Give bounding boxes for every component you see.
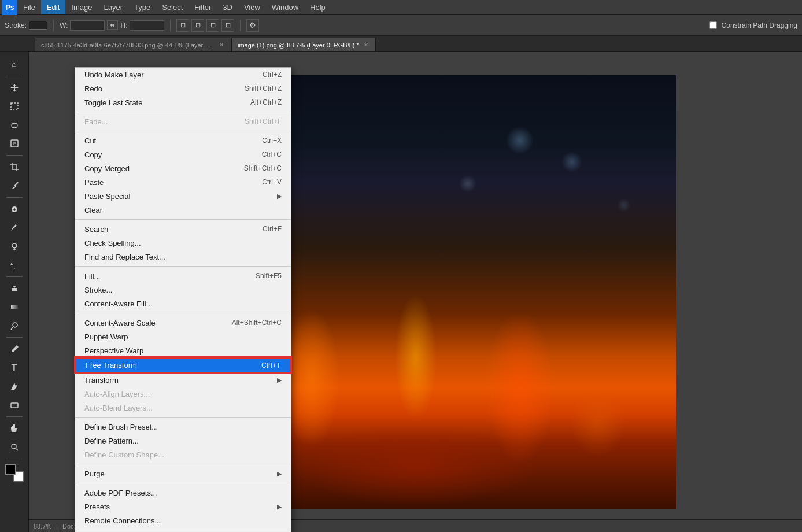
menu-define-pattern[interactable]: Define Pattern...	[75, 434, 291, 448]
menu-fill[interactable]: Fill... Shift+F5	[75, 269, 291, 283]
rect-select-tool[interactable]	[6, 98, 23, 115]
crop-tool[interactable]	[6, 158, 23, 176]
menu-auto-align-label: Auto-Align Layers...	[84, 390, 282, 398]
move-tool[interactable]	[6, 79, 23, 97]
tab-1-close[interactable]: ✕	[218, 42, 225, 49]
svg-rect-6	[11, 305, 18, 309]
menu-3d[interactable]: 3D	[217, 0, 238, 14]
menu-copy[interactable]: Copy Ctrl+C	[75, 147, 291, 161]
align-btn-1[interactable]: ⊡	[176, 19, 189, 32]
menu-copy-shortcut: Ctrl+C	[262, 150, 282, 158]
menu-paste[interactable]: Paste Ctrl+V	[75, 175, 291, 189]
menu-content-aware-fill[interactable]: Content-Aware Fill...	[75, 297, 291, 311]
menu-view[interactable]: View	[238, 0, 266, 14]
gradient-tool[interactable]	[6, 298, 23, 316]
menu-define-brush[interactable]: Define Brush Preset...	[75, 420, 291, 434]
tool-sep-6	[6, 459, 23, 459]
menu-transform[interactable]: Transform ▶	[75, 373, 291, 387]
menu-redo[interactable]: Redo Shift+Ctrl+Z	[75, 82, 291, 95]
menu-copy-merged[interactable]: Copy Merged Shift+Ctrl+C	[75, 161, 291, 175]
menu-define-custom-shape[interactable]: Define Custom Shape...	[75, 448, 291, 461]
align-btn-4[interactable]: ⊡	[221, 19, 234, 32]
menu-search-label: Search	[84, 225, 263, 234]
menu-undo-shortcut: Ctrl+Z	[263, 71, 282, 79]
menu-image[interactable]: Image	[65, 0, 98, 14]
options-divider-1	[53, 20, 54, 31]
tab-2-close[interactable]: ✕	[363, 42, 369, 49]
menu-check-spelling[interactable]: Check Spelling...	[75, 236, 291, 250]
menu-paste-shortcut: Ctrl+V	[262, 178, 282, 186]
height-input[interactable]	[130, 20, 164, 31]
menu-undo[interactable]: Undo Make Layer Ctrl+Z	[75, 68, 291, 82]
canvas-area[interactable]: Undo Make Layer Ctrl+Z Redo Shift+Ctrl+Z…	[29, 52, 802, 532]
path-select-tool[interactable]	[6, 378, 23, 395]
brush-tool[interactable]	[6, 219, 23, 237]
menu-adobe-pdf-presets[interactable]: Adobe PDF Presets...	[75, 486, 291, 500]
dodge-tool[interactable]	[6, 317, 23, 334]
zoom-tool[interactable]	[6, 438, 23, 456]
menu-auto-align[interactable]: Auto-Align Layers...	[75, 387, 291, 401]
menu-edit[interactable]: Edit	[41, 0, 65, 14]
lasso-tool[interactable]	[6, 116, 23, 134]
link-dimensions-btn[interactable]: ⇔	[107, 20, 118, 30]
menu-content-aware-scale[interactable]: Content-Aware Scale Alt+Shift+Ctrl+C	[75, 316, 291, 330]
menu-stroke[interactable]: Stroke...	[75, 283, 291, 297]
menu-type[interactable]: Type	[128, 0, 156, 14]
fg-color-swatch[interactable]	[5, 464, 16, 475]
menu-file[interactable]: File	[17, 0, 41, 14]
menu-layer[interactable]: Layer	[98, 0, 129, 14]
menu-presets[interactable]: Presets ▶	[75, 500, 291, 513]
tool-sep-3	[6, 276, 23, 277]
menu-clear[interactable]: Clear	[75, 203, 291, 217]
svg-rect-8	[11, 403, 18, 408]
pen-tool[interactable]	[6, 341, 23, 358]
hand-tool[interactable]	[6, 420, 23, 437]
gear-icon: ⚙	[249, 21, 256, 29]
menu-fade[interactable]: Fade... Shift+Ctrl+F	[75, 114, 291, 128]
width-input[interactable]	[70, 20, 105, 31]
menu-undo-label: Undo Make Layer	[84, 71, 263, 79]
menu-window[interactable]: Window	[266, 0, 304, 14]
menu-copy-merged-label: Copy Merged	[84, 164, 244, 173]
tab-1-label: c855-1175-4a3d-a0fa-6e7f7f778533.png @ 4…	[41, 42, 215, 49]
constrain-path-checkbox[interactable]	[709, 21, 717, 29]
menu-paste-special[interactable]: Paste Special ▶	[75, 189, 291, 203]
type-tool[interactable]: T	[6, 359, 23, 376]
home-tool[interactable]: ⌂	[6, 56, 23, 73]
menu-paste-special-label: Paste Special	[84, 192, 277, 201]
healing-brush-tool[interactable]	[6, 201, 23, 218]
stroke-color-box[interactable]	[29, 21, 47, 30]
eraser-tool[interactable]	[6, 280, 23, 297]
menu-select[interactable]: Select	[156, 0, 189, 14]
menu-cut[interactable]: Cut Ctrl+X	[75, 134, 291, 147]
object-select-tool[interactable]	[6, 135, 23, 152]
menu-auto-blend[interactable]: Auto-Blend Layers...	[75, 401, 291, 415]
dd-sep-9	[75, 530, 291, 530]
menu-puppet-warp[interactable]: Puppet Warp	[75, 330, 291, 343]
menu-free-transform-shortcut: Ctrl+T	[261, 361, 280, 370]
dd-sep-5	[75, 313, 291, 313]
menu-help[interactable]: Help	[304, 0, 331, 14]
menu-purge[interactable]: Purge ▶	[75, 467, 291, 481]
settings-btn[interactable]: ⚙	[246, 19, 259, 32]
align-btn-3[interactable]: ⊡	[206, 19, 219, 32]
eyedropper-tool[interactable]	[6, 177, 23, 194]
menu-find-replace[interactable]: Find and Replace Text...	[75, 250, 291, 264]
stroke-label: Stroke:	[5, 21, 27, 29]
shape-tool[interactable]	[6, 396, 23, 413]
svg-point-9	[12, 444, 16, 449]
menu-free-transform[interactable]: Free Transform Ctrl+T	[75, 357, 291, 373]
menu-filter[interactable]: Filter	[189, 0, 217, 14]
menu-toggle-last-state[interactable]: Toggle Last State Alt+Ctrl+Z	[75, 95, 291, 109]
menu-define-pattern-label: Define Pattern...	[84, 437, 282, 445]
menu-stroke-label: Stroke...	[84, 286, 282, 294]
clone-stamp-tool[interactable]	[6, 238, 23, 255]
align-btn-2[interactable]: ⊡	[191, 19, 204, 32]
menu-remote-connections[interactable]: Remote Connections...	[75, 513, 291, 527]
menu-auto-blend-label: Auto-Blend Layers...	[84, 404, 282, 412]
menu-search[interactable]: Search Ctrl+F	[75, 222, 291, 236]
history-brush-tool[interactable]	[6, 256, 23, 274]
tab-1[interactable]: c855-1175-4a3d-a0fa-6e7f7f778533.png @ 4…	[35, 38, 231, 51]
tab-2[interactable]: image (1).png @ 88.7% (Layer 0, RGB/8) *…	[231, 38, 376, 51]
menu-perspective-warp[interactable]: Perspective Warp	[75, 343, 291, 357]
